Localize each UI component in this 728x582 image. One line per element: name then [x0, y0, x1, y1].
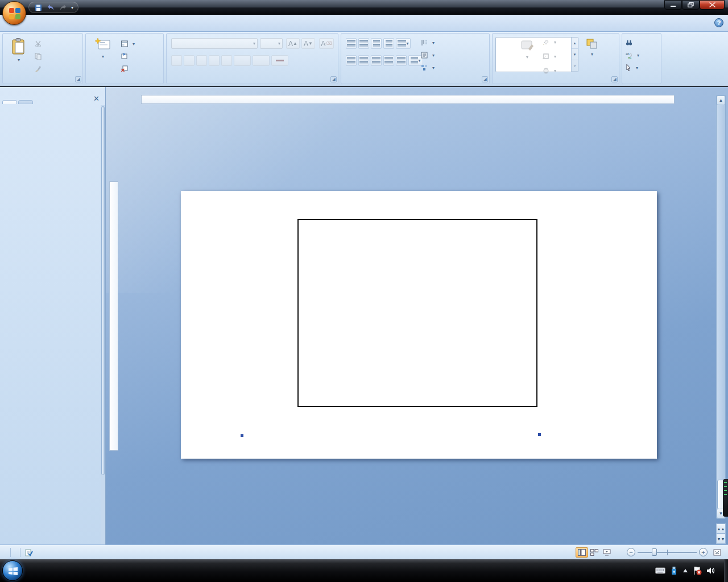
text-direction-button[interactable]: ▾ — [421, 37, 435, 48]
new-slide-caret: ▾ — [102, 54, 104, 59]
office-button[interactable] — [2, 1, 26, 25]
font-toggle-row — [171, 55, 288, 66]
start-button[interactable] — [2, 560, 23, 581]
keyboard-icon[interactable] — [655, 567, 665, 574]
numbering-button[interactable] — [358, 38, 369, 49]
clipboard-group: ▾ ◢ — [2, 33, 83, 84]
zoom-slider[interactable] — [638, 547, 697, 558]
drawing-dialog-launcher[interactable]: ◢ — [611, 76, 618, 82]
redo-button[interactable] — [59, 3, 68, 12]
ribbon-tab-row — [0, 15, 728, 32]
windows-logo-icon — [8, 566, 18, 576]
vertical-scrollbar[interactable]: ▲ ▼ — [716, 95, 726, 519]
align-text-button[interactable]: ▾ — [421, 49, 435, 61]
align-right-button[interactable] — [371, 55, 382, 66]
increase-indent-button[interactable] — [383, 38, 394, 49]
strikethrough-button[interactable] — [209, 55, 220, 66]
quick-styles-button[interactable]: ▾ — [515, 38, 540, 60]
shrink-font-button[interactable]: A▼ — [301, 38, 315, 49]
spellcheck-icon[interactable] — [25, 548, 33, 556]
clipboard-dialog-launcher[interactable]: ◢ — [75, 76, 81, 82]
change-case-button[interactable] — [253, 55, 270, 66]
decrease-indent-button[interactable] — [371, 38, 382, 49]
slide-sorter-view-button[interactable] — [588, 547, 601, 558]
slide-nav-buttons: ▲▲ ▼▼ — [716, 523, 726, 544]
office-logo-icon — [9, 7, 21, 20]
paragraph-dialog-launcher[interactable]: ◢ — [482, 76, 488, 82]
horizontal-ruler — [141, 95, 675, 104]
justify-button[interactable] — [383, 55, 394, 66]
new-slide-button[interactable]: ▾ — [88, 36, 118, 59]
delete-slide-button[interactable] — [121, 63, 130, 74]
shape-effects-button[interactable]: ▾ — [543, 65, 556, 76]
font-color-swatch — [276, 60, 284, 61]
shape-outline-button[interactable]: ▾ — [543, 51, 556, 62]
copy-button[interactable] — [35, 51, 44, 62]
cut-button[interactable] — [35, 38, 44, 49]
volume-icon[interactable] — [706, 567, 715, 575]
clear-formatting-button[interactable]: A⌫ — [319, 38, 334, 49]
arrange-button[interactable]: ▾ — [582, 36, 602, 57]
window-controls — [664, 0, 725, 10]
italic-button[interactable] — [184, 55, 195, 66]
select-button[interactable]: ▾ — [626, 62, 638, 73]
format-painter-button[interactable] — [35, 63, 44, 74]
close-button[interactable] — [700, 0, 725, 10]
shape-fill-button[interactable]: ▾ — [543, 36, 556, 48]
tab-outline[interactable] — [18, 100, 33, 104]
layout-button[interactable]: ▾ — [121, 38, 135, 49]
next-slide-button[interactable]: ▼▼ — [716, 534, 726, 544]
help-button[interactable]: ? — [714, 18, 723, 27]
workspace: ✕ ▲ ▼ ▲▲ ▼▼ — [0, 87, 728, 544]
arrange-icon — [586, 38, 598, 49]
font-dialog-launcher[interactable]: ◢ — [330, 76, 337, 82]
align-center-button[interactable] — [358, 55, 369, 66]
copy-icon — [35, 53, 42, 60]
normal-view-button[interactable] — [576, 547, 588, 558]
underline-button[interactable] — [196, 55, 207, 66]
shape-fill-icon — [543, 39, 549, 45]
replace-button[interactable]: abac ▾ — [626, 49, 639, 61]
previous-slide-button[interactable]: ▲▲ — [716, 523, 726, 534]
minimize-button[interactable] — [664, 0, 682, 10]
slideshow-view-button[interactable] — [601, 547, 613, 558]
font-color-button[interactable] — [271, 55, 288, 66]
panel-close-icon[interactable]: ✕ — [90, 93, 103, 104]
shape-effects-icon — [543, 67, 549, 74]
align-left-button[interactable] — [346, 55, 357, 66]
zoom-out-button[interactable]: − — [627, 548, 635, 556]
slides-panel: ✕ — [0, 87, 106, 544]
character-spacing-button[interactable] — [234, 55, 251, 66]
docked-panel[interactable] — [723, 479, 728, 517]
show-desktop-button[interactable] — [724, 559, 728, 582]
reset-button[interactable] — [121, 51, 130, 62]
paste-button[interactable]: ▾ — [6, 36, 31, 63]
slide-canvas[interactable] — [181, 191, 657, 459]
bullets-button[interactable] — [346, 38, 357, 49]
line-spacing-button[interactable]: ▾ — [396, 38, 411, 49]
text-shadow-button[interactable] — [221, 55, 232, 66]
zoom-in-button[interactable]: + — [699, 548, 708, 556]
restore-button[interactable] — [682, 0, 700, 10]
action-center-flag-icon[interactable] — [693, 566, 702, 575]
slides-group: ▾ ▾ — [85, 33, 164, 84]
fit-to-window-button[interactable] — [711, 547, 723, 558]
font-name-combo[interactable]: ▾ — [171, 38, 258, 49]
text-direction-icon — [421, 39, 428, 46]
font-size-combo[interactable]: ▾ — [260, 38, 283, 49]
distribute-button[interactable] — [396, 55, 407, 66]
zoom-slider-thumb[interactable] — [652, 548, 657, 556]
show-hidden-icons-icon[interactable] — [682, 568, 688, 573]
qat-customize-dropdown[interactable]: ▾ — [71, 5, 73, 10]
save-button[interactable] — [34, 3, 43, 12]
scroll-up-icon[interactable]: ▲ — [717, 95, 725, 105]
bold-button[interactable] — [171, 55, 182, 66]
shapes-gallery-scroll[interactable]: ▲▼▿ — [571, 38, 578, 72]
panel-scrollbar[interactable] — [101, 105, 105, 544]
grow-font-button[interactable]: A▲ — [286, 38, 300, 49]
usb-device-icon[interactable] — [670, 566, 678, 575]
convert-smartart-button[interactable]: ▾ — [421, 62, 435, 73]
undo-button[interactable] — [46, 3, 55, 12]
tab-slides[interactable] — [2, 100, 17, 104]
find-button[interactable] — [626, 37, 635, 48]
